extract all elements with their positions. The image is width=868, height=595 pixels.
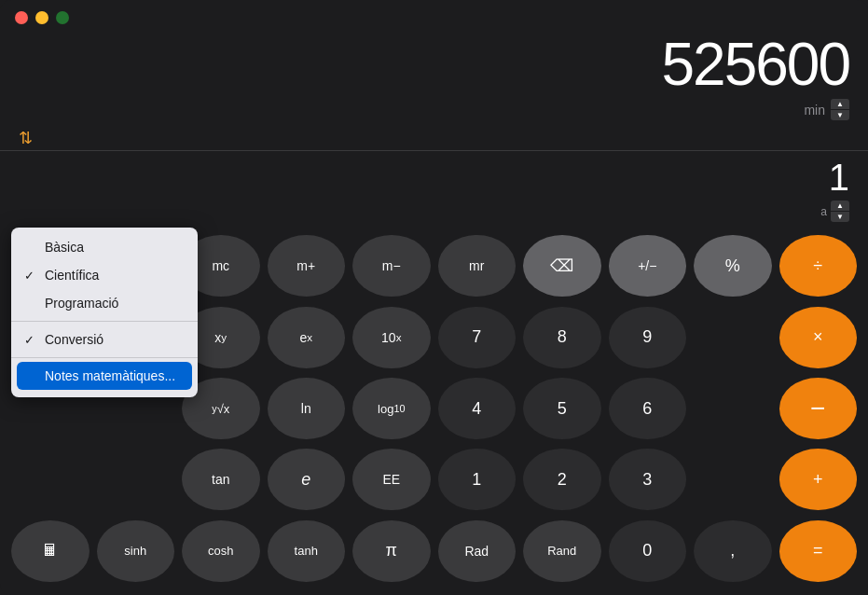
secondary-display: 1 xyxy=(829,157,849,199)
display-area: 525600 min ▲ ▼ xyxy=(0,32,868,124)
btn-tanh[interactable]: tanh xyxy=(268,520,346,582)
display-unit: min xyxy=(804,103,825,118)
btn-cosh[interactable]: cosh xyxy=(182,520,260,582)
btn-4[interactable]: 4 xyxy=(438,378,517,439)
btn-rad[interactable]: Rad xyxy=(438,520,517,582)
btn-comma[interactable]: , xyxy=(694,520,772,582)
main-display: 525600 xyxy=(661,32,849,97)
menu-item-cientifica[interactable]: Científica xyxy=(11,261,198,289)
unit-stepper[interactable]: ▲ ▼ xyxy=(831,99,849,120)
secondary-stepper-down[interactable]: ▼ xyxy=(831,212,849,222)
secondary-stepper-up[interactable]: ▲ xyxy=(831,201,849,211)
btn-plus-minus[interactable]: +/− xyxy=(609,235,687,297)
dropdown-menu: Bàsica Científica Programació Conversió … xyxy=(11,228,198,397)
btn-backspace[interactable]: ⌫ xyxy=(523,235,601,297)
menu-separator xyxy=(11,321,198,322)
btn-10-power-x[interactable]: 10x xyxy=(352,307,431,368)
btn-log10[interactable]: log10 xyxy=(352,378,431,439)
secondary-stepper[interactable]: ▲ ▼ xyxy=(831,201,849,222)
btn-2[interactable]: 2 xyxy=(523,449,601,510)
btn-e[interactable]: e xyxy=(268,449,346,510)
btn-5[interactable]: 5 xyxy=(523,378,601,439)
title-bar xyxy=(0,0,868,32)
btn-add[interactable]: + xyxy=(779,449,858,510)
maximize-button[interactable] xyxy=(56,11,69,24)
btn-multiply[interactable]: × xyxy=(779,307,858,368)
menu-item-conversio[interactable]: Conversió xyxy=(11,325,198,353)
btn-row-4: tan e EE 1 2 3 + xyxy=(11,449,857,512)
menu-item-conversio-label: Conversió xyxy=(45,332,103,347)
btn-7[interactable]: 7 xyxy=(438,307,517,368)
btn-6[interactable]: 6 xyxy=(609,378,687,439)
sort-icon[interactable]: ⇅ xyxy=(19,128,33,148)
menu-item-notes-label: Notes matemàtiques... xyxy=(45,368,175,383)
menu-item-notes[interactable]: Notes matemàtiques... xyxy=(17,362,192,390)
unit-stepper-up[interactable]: ▲ xyxy=(831,99,849,109)
btn-e-power-x[interactable]: ex xyxy=(268,307,346,368)
secondary-display-row: 1 xyxy=(0,151,868,201)
btn-equals[interactable]: = xyxy=(779,520,858,582)
btn-subtract[interactable]: − xyxy=(779,378,858,439)
btn-calculator-icon[interactable]: 🖩 xyxy=(11,520,90,582)
btn-1[interactable]: 1 xyxy=(438,449,517,510)
menu-item-basica-label: Bàsica xyxy=(45,240,84,255)
menu-item-programacio[interactable]: Programació xyxy=(11,289,198,317)
btn-ln[interactable]: ln xyxy=(268,378,346,439)
buttons-area: ( ) mc m+ m− mr ⌫ +/− % ÷ xy ex 10x 7 8 … xyxy=(0,228,868,595)
menu-item-cientifica-label: Científica xyxy=(45,268,99,283)
btn-mr[interactable]: mr xyxy=(438,235,517,297)
btn-0[interactable]: 0 xyxy=(609,520,687,582)
btn-pi[interactable]: π xyxy=(352,520,431,582)
btn-9[interactable]: 9 xyxy=(609,307,687,368)
traffic-lights xyxy=(15,11,69,24)
unit-stepper-down[interactable]: ▼ xyxy=(831,110,849,120)
close-button[interactable] xyxy=(15,11,28,24)
secondary-unit-row: a ▲ ▼ xyxy=(0,201,868,228)
menu-separator-2 xyxy=(11,357,198,358)
btn-m-minus[interactable]: m− xyxy=(352,235,431,297)
btn-m-plus[interactable]: m+ xyxy=(268,235,346,297)
btn-3[interactable]: 3 xyxy=(609,449,687,510)
conversion-row: ⇅ xyxy=(0,124,868,151)
secondary-unit: a xyxy=(820,205,827,218)
btn-rand[interactable]: Rand xyxy=(523,520,601,582)
btn-percent[interactable]: % xyxy=(694,235,772,297)
menu-item-basica[interactable]: Bàsica xyxy=(11,233,198,261)
minimize-button[interactable] xyxy=(35,11,48,24)
display-unit-row: min ▲ ▼ xyxy=(804,99,849,120)
calculator-window: 525600 min ▲ ▼ ⇅ 1 a ▲ ▼ ( ) mc m+ m− xyxy=(0,0,868,595)
btn-tan[interactable]: tan xyxy=(182,449,260,510)
btn-sinh[interactable]: sinh xyxy=(97,520,175,582)
menu-item-programacio-label: Programació xyxy=(45,296,118,311)
btn-8[interactable]: 8 xyxy=(523,307,601,368)
btn-ee[interactable]: EE xyxy=(352,449,431,510)
btn-divide[interactable]: ÷ xyxy=(779,235,858,297)
btn-row-5: 🖩 sinh cosh tanh π Rad Rand 0 , = xyxy=(11,520,857,584)
